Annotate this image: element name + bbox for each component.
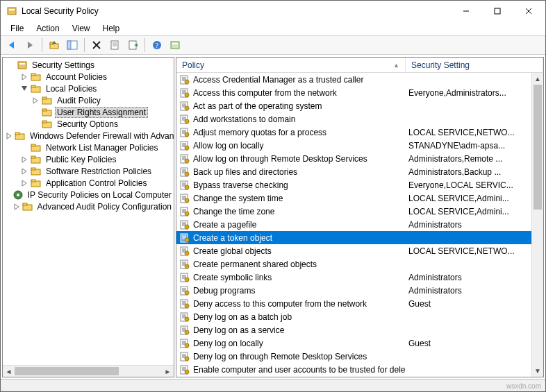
svg-point-93 (185, 159, 189, 163)
menu-view[interactable]: View (67, 22, 96, 35)
scroll-up-button[interactable]: ▲ (532, 73, 543, 85)
menu-action[interactable]: Action (31, 22, 65, 35)
scroll-left-button[interactable]: ◄ (3, 366, 15, 377)
policy-row[interactable]: Create a pagefileAdministrators (176, 218, 543, 231)
security-tree[interactable]: Security SettingsAccount PoliciesLocal P… (3, 58, 174, 214)
policy-row[interactable]: Create a token object (176, 231, 543, 244)
policy-row[interactable]: Create global objectsLOCAL SERVICE,NETWO… (176, 244, 543, 257)
tree-expander-icon[interactable] (19, 167, 28, 176)
policy-row[interactable]: Allow log on locallySTANADYNE\adm-apsa..… (176, 139, 543, 152)
up-level-button[interactable] (46, 37, 63, 53)
policy-row[interactable]: Access this computer from the networkEve… (176, 86, 543, 99)
svg-marker-27 (22, 74, 26, 80)
close-button[interactable] (513, 1, 544, 21)
policy-name: Back up files and directories (193, 167, 297, 177)
policy-row[interactable]: Deny log on as a service (176, 323, 543, 336)
column-header-setting[interactable]: Security Setting (406, 58, 543, 72)
tree-expander-icon[interactable] (19, 178, 28, 187)
policy-icon (179, 351, 190, 362)
export-list-button[interactable] (124, 37, 141, 53)
policy-row[interactable]: Adjust memory quotas for a processLOCAL … (176, 126, 543, 139)
policy-row[interactable]: Create permanent shared objects (176, 257, 543, 271)
menu-file[interactable]: File (5, 22, 29, 35)
tree-item[interactable]: Software Restriction Policies (3, 165, 174, 177)
policy-row[interactable]: Change the time zoneLOCAL SERVICE,Admini… (176, 205, 543, 218)
tree-item[interactable]: Advanced Audit Policy Configuration (3, 201, 174, 212)
policy-icon (179, 140, 190, 151)
menu-help[interactable]: Help (97, 22, 126, 35)
svg-point-173 (185, 370, 189, 374)
svg-point-108 (185, 198, 189, 203)
tree-item[interactable]: User Rights Assignment (3, 106, 174, 118)
tree-item[interactable]: Account Policies (3, 71, 174, 83)
tree-expander-icon[interactable] (19, 84, 28, 93)
policy-row[interactable]: Deny log on locallyGuest (176, 336, 543, 350)
policy-row[interactable]: Change the system timeLOCAL SERVICE,Admi… (176, 191, 543, 205)
forward-button[interactable] (22, 37, 38, 53)
show-hide-tree-button[interactable] (64, 37, 81, 53)
policy-icon (179, 180, 190, 191)
minimize-button[interactable] (450, 1, 481, 21)
toolbar-separator (42, 38, 42, 52)
tree-item[interactable]: IP Security Policies on Local Computer (3, 189, 174, 201)
tree-expander-icon[interactable] (19, 155, 28, 164)
policy-row[interactable]: Deny access to this computer from the ne… (176, 297, 543, 310)
tree-item[interactable]: Application Control Policies (3, 177, 174, 189)
policy-row[interactable]: Enable computer and user accounts to be … (176, 363, 543, 376)
scroll-thumb[interactable] (15, 367, 119, 375)
svg-rect-25 (18, 62, 26, 69)
properties-button[interactable] (106, 37, 123, 53)
policy-row[interactable]: Create symbolic linksAdministrators (176, 271, 543, 284)
scroll-thumb[interactable] (533, 85, 542, 210)
help-button[interactable]: ? (149, 37, 165, 53)
policy-cell: Access Credential Manager as a trusted c… (176, 74, 406, 85)
toolbar: ? (1, 35, 545, 55)
setting-cell: STANADYNE\adm-apsa... (406, 141, 543, 151)
svg-rect-24 (172, 43, 178, 44)
tree-item[interactable]: Security Options (3, 118, 174, 130)
refresh-button[interactable] (167, 37, 183, 53)
policy-name: Deny log on as a batch job (193, 312, 292, 322)
svg-point-128 (185, 251, 189, 255)
security-settings-icon (17, 60, 28, 71)
tree-expander-icon (31, 119, 40, 128)
svg-point-63 (185, 80, 189, 84)
policy-icon (179, 167, 190, 178)
maximize-button[interactable] (481, 1, 513, 21)
tree-item[interactable]: Local Policies (3, 83, 174, 94)
policy-row[interactable]: Add workstations to domain (176, 112, 543, 126)
tree-item[interactable]: Audit Policy (3, 94, 174, 106)
policy-row[interactable]: Bypass traverse checkingEveryone,LOCAL S… (176, 178, 543, 191)
back-button[interactable] (3, 37, 20, 53)
tree-label: Audit Policy (55, 96, 103, 105)
column-header-policy[interactable]: Policy ▲ (176, 58, 406, 72)
policy-list[interactable]: Access Credential Manager as a trusted c… (176, 73, 543, 377)
scroll-track[interactable] (532, 210, 543, 365)
policy-row[interactable]: Allow log on through Remote Desktop Serv… (176, 152, 543, 165)
policy-row[interactable]: Deny log on through Remote Desktop Servi… (176, 350, 543, 363)
policy-row[interactable]: Act as part of the operating system (176, 99, 543, 112)
tree-item[interactable]: Public Key Policies (3, 153, 174, 165)
policy-cell: Add workstations to domain (176, 114, 406, 125)
policy-cell: Create a pagefile (176, 219, 406, 230)
scroll-right-button[interactable]: ► (162, 366, 174, 377)
list-vertical-scrollbar[interactable]: ▲ ▼ (531, 73, 543, 377)
tree-expander-icon[interactable] (19, 72, 28, 81)
tree-expander-icon[interactable] (6, 60, 15, 69)
scroll-down-button[interactable]: ▼ (532, 365, 543, 377)
tree-expander-icon[interactable] (13, 202, 20, 211)
policy-row[interactable]: Debug programsAdministrators (176, 284, 543, 297)
status-bar (1, 379, 545, 391)
policy-row[interactable]: Deny log on as a batch job (176, 310, 543, 323)
tree-expander-icon[interactable] (31, 96, 40, 105)
tree-expander-icon[interactable] (6, 131, 13, 140)
scroll-track[interactable] (119, 366, 162, 377)
tree-root[interactable]: Security Settings (3, 59, 174, 71)
policy-row[interactable]: Back up files and directoriesAdministrat… (176, 165, 543, 178)
delete-button[interactable] (88, 37, 105, 53)
svg-rect-58 (23, 203, 27, 205)
tree-item[interactable]: Windows Defender Firewall with Advanced … (3, 130, 174, 142)
policy-row[interactable]: Access Credential Manager as a trusted c… (176, 73, 543, 86)
tree-item[interactable]: Network List Manager Policies (3, 142, 174, 153)
tree-horizontal-scrollbar[interactable]: ◄ ► (3, 365, 174, 377)
